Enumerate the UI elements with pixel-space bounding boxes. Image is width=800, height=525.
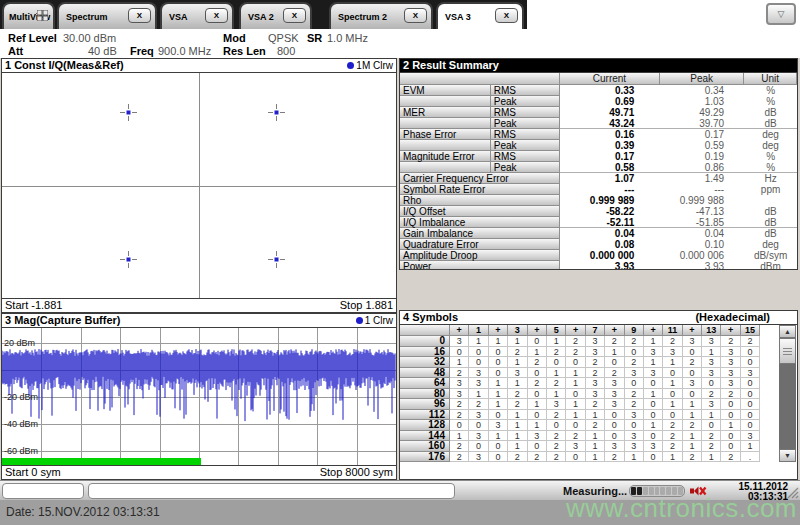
symbol-value-cell: 1 bbox=[566, 378, 585, 389]
close-icon[interactable]: X bbox=[495, 8, 518, 23]
symbol-value-cell: 2 bbox=[683, 452, 702, 463]
const-start-label: Start -1.881 bbox=[5, 299, 62, 312]
result-peak-value: 0.04 bbox=[660, 228, 744, 239]
softkey-field-small[interactable] bbox=[2, 483, 84, 499]
close-icon[interactable]: X bbox=[128, 8, 151, 23]
result-current-value: 49.71 bbox=[560, 107, 661, 118]
symbol-value-cell: 0 bbox=[489, 347, 508, 358]
ref-level-value: 30.00 dBm bbox=[63, 32, 116, 44]
symbols-column-header: 5 bbox=[547, 325, 566, 336]
tab-spectrum2[interactable]: Spectrum 2 X bbox=[329, 2, 433, 29]
const-graph-area[interactable] bbox=[2, 73, 396, 298]
symbols-column-header: 1 bbox=[469, 325, 488, 336]
symbol-value-cell: 2 bbox=[586, 368, 605, 379]
symbol-value-cell: . bbox=[741, 452, 760, 463]
tab-vsa2[interactable]: VSA 2 X bbox=[239, 2, 312, 29]
result-summary-title: 2 Result Summary bbox=[403, 59, 499, 72]
ref-level-label: Ref Level bbox=[8, 32, 57, 44]
close-icon[interactable]: X bbox=[404, 8, 427, 23]
symbols-row-index: 176 bbox=[400, 452, 450, 463]
tab-label: VSA 3 bbox=[445, 12, 471, 22]
result-unit: ppm bbox=[744, 184, 797, 195]
symbol-value-cell: 2 bbox=[508, 452, 527, 463]
symbols-column-header: + bbox=[644, 325, 663, 336]
symbol-value-cell: 0 bbox=[489, 441, 508, 452]
symbol-value-cell: 1 bbox=[566, 368, 585, 379]
tab-vsa[interactable]: VSA X bbox=[160, 2, 234, 29]
tab-vsa3-active[interactable]: VSA 3 X bbox=[436, 2, 524, 29]
symbols-row-index: 0 bbox=[400, 336, 450, 347]
softkey-field-wide[interactable] bbox=[88, 483, 455, 499]
result-current-value: 1.07 bbox=[560, 173, 661, 184]
result-current-value: 0.69 bbox=[560, 96, 661, 107]
symbols-column-header: 11 bbox=[663, 325, 682, 336]
trace-label: 1 Clrw bbox=[365, 314, 393, 327]
mod-label: Mod bbox=[223, 32, 246, 44]
const-window-titlebar[interactable]: 1 Const I/Q(Meas&Ref) 1M Clrw bbox=[2, 59, 396, 73]
tab-list-dropdown-button[interactable]: ▽ bbox=[766, 3, 796, 25]
tab-spectrum[interactable]: Spectrum X bbox=[57, 2, 157, 29]
tab-multiview[interactable]: MultiView bbox=[2, 2, 55, 29]
symbol-value-cell: 1 bbox=[489, 399, 508, 410]
result-param-label: MER bbox=[400, 107, 491, 118]
symbol-value-cell: 0 bbox=[605, 357, 624, 368]
symbol-value-cell: 0 bbox=[566, 420, 585, 431]
result-row: EVMRMS0.330.34% bbox=[400, 85, 797, 96]
symbol-value-cell: 0 bbox=[489, 368, 508, 379]
symbol-value-cell: 0 bbox=[741, 357, 760, 368]
constellation-point-icon bbox=[119, 250, 138, 269]
symbol-value-cell: 3 bbox=[450, 378, 469, 389]
symbol-value-cell: 1 bbox=[528, 420, 547, 431]
symbol-value-cell: 2 bbox=[586, 399, 605, 410]
result-current-value: -58.22 bbox=[560, 206, 661, 217]
result-peak-value: 49.29 bbox=[660, 107, 744, 118]
close-icon[interactable]: X bbox=[205, 8, 228, 23]
trace-tag: 1M Clrw bbox=[347, 59, 393, 72]
symbol-value-cell: 0 bbox=[566, 452, 585, 463]
result-row: Symbol Rate Error------ppm bbox=[400, 184, 797, 195]
result-unit: deg bbox=[744, 239, 797, 250]
symbol-value-cell: 2 bbox=[450, 441, 469, 452]
const-window-title: 1 Const I/Q(Meas&Ref) bbox=[5, 59, 124, 72]
symbol-value-cell: 2 bbox=[547, 347, 566, 358]
scrollbar-thumb[interactable] bbox=[779, 338, 796, 364]
result-current-value: 0.39 bbox=[560, 140, 661, 151]
mag-graph-area[interactable]: 20 dBm-20 dBm-40 dBm-60 dBm bbox=[2, 328, 396, 465]
sr-label: SR bbox=[307, 32, 322, 44]
symbols-row: 962212131232011300 bbox=[400, 399, 797, 410]
symbol-value-cell: 1 bbox=[683, 441, 702, 452]
symbol-value-cell: 3 bbox=[741, 431, 760, 442]
result-param-label: Gain Imbalance bbox=[400, 228, 560, 239]
symbol-value-cell: 1 bbox=[663, 357, 682, 368]
symbols-scrollbar[interactable]: ▲ ▼ bbox=[779, 325, 796, 462]
symbol-value-cell: 2 bbox=[625, 336, 644, 347]
symbols-row: 1602001023133321201 bbox=[400, 441, 797, 452]
mod-value: QPSK bbox=[268, 32, 299, 44]
symbol-value-cell: 3 bbox=[625, 410, 644, 421]
mag-window-titlebar[interactable]: 3 Mag(Capture Buffer) 1 Clrw bbox=[2, 314, 396, 328]
symbols-row: 321001200202112330 bbox=[400, 357, 797, 368]
symbol-value-cell: 1 bbox=[489, 378, 508, 389]
result-current-value: 0.16 bbox=[560, 129, 661, 140]
result-current-value: 0.33 bbox=[560, 85, 661, 96]
symbol-value-cell: 1 bbox=[644, 357, 663, 368]
symbols-column-header: + bbox=[566, 325, 585, 336]
close-icon[interactable]: X bbox=[283, 8, 306, 23]
symbols-titlebar[interactable]: 4 Symbols (Hexadecimal) bbox=[400, 311, 797, 325]
symbols-window: 4 Symbols (Hexadecimal) +1+3+5+7+9+11+13… bbox=[399, 310, 798, 480]
result-param-label: Rho bbox=[400, 195, 560, 206]
symbol-value-cell: 3 bbox=[702, 336, 721, 347]
symbols-row: 03111012322123322 bbox=[400, 336, 797, 347]
symbol-value-cell: 1 bbox=[528, 347, 547, 358]
result-row: Quadrature Error0.080.10deg bbox=[400, 239, 797, 250]
result-corner-cell bbox=[400, 73, 560, 85]
symbols-column-header: 9 bbox=[625, 325, 644, 336]
result-row: Carrier Frequency Error1.071.49Hz bbox=[400, 173, 797, 184]
scroll-up-icon[interactable]: ▲ bbox=[779, 325, 796, 338]
result-summary-titlebar[interactable]: 2 Result Summary bbox=[400, 59, 797, 73]
symbol-value-cell: 3 bbox=[683, 336, 702, 347]
symbol-value-cell: 0 bbox=[721, 431, 740, 442]
result-param-label: Symbol Rate Error bbox=[400, 184, 560, 195]
scroll-down-icon[interactable]: ▼ bbox=[779, 449, 796, 462]
scrollbar-track[interactable] bbox=[779, 364, 796, 449]
